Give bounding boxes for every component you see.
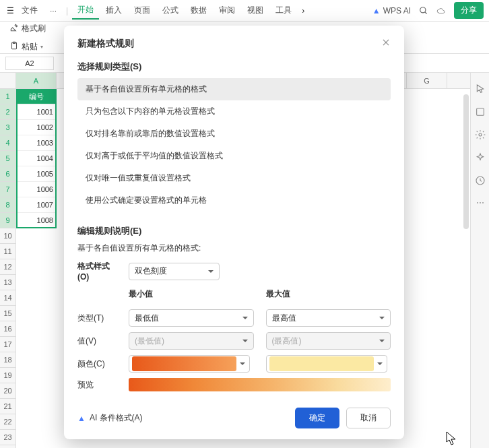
max-color-swatch	[269, 356, 374, 371]
paste-button[interactable]: 粘贴 ▾	[7, 38, 48, 55]
ai-spark-icon: ▲	[77, 414, 86, 423]
min-value-input: (最低值)	[129, 332, 254, 350]
hamburger-icon[interactable]: ☰	[5, 6, 15, 15]
gear-icon[interactable]	[475, 129, 486, 140]
edit-rule-desc-label: 编辑规则说明(E)	[77, 225, 391, 237]
rule-item-4[interactable]: 仅对唯一值或重复值设置格式	[77, 167, 391, 189]
menu-more[interactable]: ···	[44, 3, 62, 18]
svg-rect-4	[476, 108, 484, 116]
format-style-label: 格式样式(O)	[77, 261, 121, 282]
ok-button[interactable]: 确定	[295, 408, 339, 428]
rule-item-5[interactable]: 使用公式确定要设置格式的单元格	[77, 189, 391, 212]
pointer-icon[interactable]	[475, 84, 486, 94]
menu-page[interactable]: 页面	[129, 2, 156, 19]
max-value-header: 最大值	[266, 288, 391, 300]
new-format-rule-dialog: 新建格式规则 选择规则类型(S) 基于各自值设置所有单元格的格式 只为包含以下内…	[64, 26, 404, 439]
menubar: ☰ 文件 ··· | 开始 插入 页面 公式 数据 审阅 视图 工具 › ▲ W…	[0, 0, 489, 22]
more-ellipsis-icon[interactable]: ⋯	[475, 198, 486, 209]
header-cell: 编号	[16, 89, 57, 104]
rule-item-0[interactable]: 基于各自值设置所有单元格的格式	[77, 78, 391, 100]
svg-point-5	[479, 133, 482, 136]
brush-icon	[9, 23, 19, 34]
chevron-right-icon[interactable]: ›	[298, 6, 308, 15]
chevron-down-icon: ▾	[40, 44, 43, 50]
menu-file[interactable]: 文件	[16, 2, 43, 19]
type-label: 类型(T)	[77, 313, 121, 324]
min-value-header: 最小值	[129, 288, 254, 300]
min-color-swatch	[132, 356, 236, 371]
svg-line-1	[425, 11, 427, 13]
rule-item-1[interactable]: 只为包含以下内容的单元格设置格式	[77, 100, 391, 123]
rule-item-2[interactable]: 仅对排名靠前或靠后的数值设置格式	[77, 123, 391, 145]
format-style-select[interactable]: 双色刻度	[129, 263, 220, 280]
svg-point-0	[420, 7, 426, 12]
sparkle-icon[interactable]	[475, 152, 486, 163]
clock-icon[interactable]	[475, 175, 486, 186]
row-headers[interactable]: 123456789 1011121314151617181920212223	[0, 73, 16, 448]
close-button[interactable]	[381, 38, 391, 50]
side-rail: ⋯	[470, 73, 489, 448]
rule-description: 基于各自值设置所有单元格的格式:	[77, 243, 391, 254]
rule-item-3[interactable]: 仅对高于或低于平均值的数值设置格式	[77, 145, 391, 167]
style-icon[interactable]	[475, 106, 486, 117]
menu-tools[interactable]: 工具	[270, 2, 297, 19]
min-type-select[interactable]: 最低值	[129, 309, 254, 327]
cloud-icon[interactable]	[436, 6, 446, 15]
min-color-select[interactable]	[129, 355, 250, 373]
rule-type-list: 基于各自值设置所有单元格的格式 只为包含以下内容的单元格设置格式 仅对排名靠前或…	[77, 78, 391, 212]
dialog-title: 新建格式规则	[77, 38, 134, 50]
name-box[interactable]: A2	[5, 57, 54, 70]
vertical-scrollbar[interactable]	[463, 94, 469, 229]
menu-data[interactable]: 数据	[185, 2, 212, 19]
search-icon[interactable]	[419, 6, 428, 15]
max-type-select[interactable]: 最高值	[266, 309, 391, 327]
format-painter-button[interactable]: 格式刷	[7, 20, 48, 37]
menu-start[interactable]: 开始	[72, 1, 99, 20]
ai-format-link[interactable]: ▲ AI 条件格式(A)	[77, 412, 143, 424]
max-color-select[interactable]	[266, 355, 387, 373]
menu-formula[interactable]: 公式	[157, 2, 184, 19]
ai-spark-icon: ▲	[372, 6, 381, 15]
select-rule-type-label: 选择规则类型(S)	[77, 61, 391, 73]
cancel-button[interactable]: 取消	[346, 408, 391, 428]
menu-insert[interactable]: 插入	[100, 2, 127, 19]
menu-review[interactable]: 审阅	[214, 2, 240, 19]
value-label: 值(V)	[77, 335, 121, 347]
preview-label: 预览	[77, 379, 121, 391]
max-value-input: (最高值)	[266, 332, 391, 350]
color-label: 颜色(C)	[77, 358, 121, 370]
share-button[interactable]: 分享	[454, 2, 484, 19]
gradient-preview	[129, 378, 391, 391]
menu-view[interactable]: 视图	[242, 2, 269, 19]
clipboard-icon	[9, 41, 19, 53]
wps-ai-button[interactable]: ▲ WPS AI	[372, 6, 411, 15]
